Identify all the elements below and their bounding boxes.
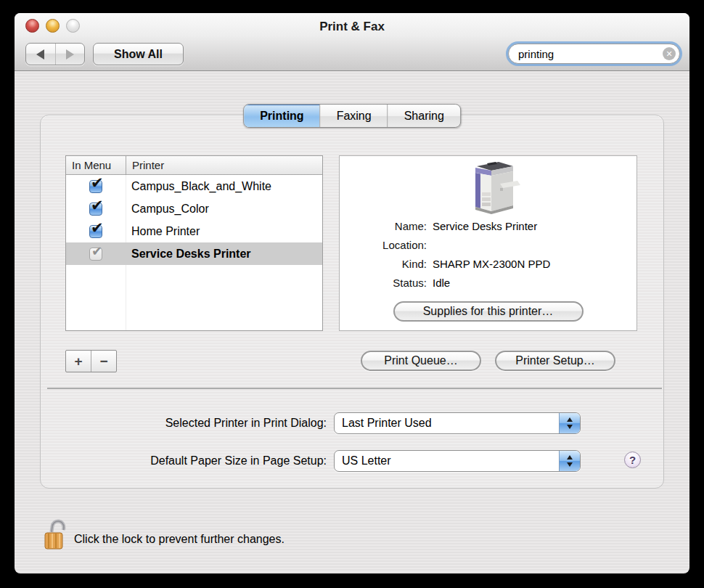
selected-printer-value: Last Printer Used — [335, 417, 559, 430]
printer-details: Name:Service Desks Printer Location: Kin… — [340, 217, 637, 293]
printer-name: Home Printer — [131, 225, 200, 238]
remove-printer-button[interactable]: − — [91, 351, 116, 372]
location-label: Location: — [340, 236, 427, 255]
table-row[interactable]: Campus_Color — [66, 197, 322, 220]
printer-name: Service Desks Printer — [131, 248, 251, 261]
print-queue-button[interactable]: Print Queue… — [361, 351, 481, 371]
page-title: Print & Fax — [15, 20, 689, 34]
kind-label: Kind: — [340, 255, 427, 274]
clear-search-icon[interactable]: ✕ — [663, 47, 676, 60]
column-header-printer[interactable]: Printer — [126, 159, 164, 171]
in-menu-checkbox[interactable] — [89, 203, 102, 216]
toolbar: Print & Fax Show All ✕ — [15, 13, 689, 71]
printer-list-header: In Menu Printer — [66, 156, 322, 175]
table-row[interactable]: Campus_Black_and_White — [66, 175, 322, 197]
in-menu-checkbox-disabled — [89, 248, 102, 261]
lock-icon[interactable] — [44, 517, 70, 552]
printer-name: Campus_Color — [131, 203, 209, 216]
add-remove-group: + − — [65, 350, 117, 372]
printer-setup-button[interactable]: Printer Setup… — [495, 351, 615, 371]
search-input[interactable] — [518, 48, 663, 60]
in-menu-checkbox[interactable] — [89, 180, 102, 193]
tab-printing[interactable]: Printing — [244, 105, 320, 127]
section-divider — [47, 388, 662, 389]
selected-printer-popup[interactable]: Last Printer Used — [334, 412, 581, 434]
printer-image — [455, 159, 522, 216]
column-header-in-menu[interactable]: In Menu — [66, 159, 126, 171]
printer-name: Campus_Black_and_White — [131, 180, 271, 193]
search-field[interactable]: ✕ — [508, 44, 680, 64]
lock-message: Click the lock to prevent further change… — [74, 533, 285, 546]
help-button[interactable]: ? — [624, 452, 641, 468]
in-menu-checkbox[interactable] — [89, 225, 102, 238]
nav-back-forward-group — [25, 43, 85, 65]
selected-printer-label: Selected Printer in Print Dialog: — [36, 417, 327, 430]
name-label: Name: — [340, 217, 427, 236]
supplies-button[interactable]: Supplies for this printer… — [393, 301, 584, 322]
forward-button[interactable] — [56, 44, 85, 65]
status-label: Status: — [340, 274, 427, 293]
table-row[interactable]: Home Printer — [66, 220, 322, 242]
show-all-button[interactable]: Show All — [93, 43, 184, 65]
name-value: Service Desks Printer — [433, 217, 537, 236]
tab-faxing[interactable]: Faxing — [321, 105, 388, 127]
kind-value: SHARP MX-2300N PPD — [433, 255, 550, 274]
popup-stepper-icon — [559, 413, 580, 433]
back-button[interactable] — [26, 44, 55, 65]
tab-sharing[interactable]: Sharing — [388, 105, 460, 127]
popup-stepper-icon — [559, 451, 580, 471]
add-printer-button[interactable]: + — [66, 351, 91, 372]
printer-info-panel: Name:Service Desks Printer Location: Kin… — [339, 155, 637, 331]
status-value: Idle — [433, 274, 450, 293]
printer-list: In Menu Printer Campus_Black_and_White C… — [65, 155, 323, 331]
print-and-fax-window: Print & Fax Show All ✕ Printing Faxing S… — [15, 13, 689, 573]
tab-bar: Printing Faxing Sharing — [243, 104, 461, 128]
paper-size-label: Default Paper Size in Page Setup: — [36, 454, 327, 467]
table-row-selected[interactable]: Service Desks Printer — [66, 242, 322, 265]
forward-arrow-icon — [66, 49, 74, 60]
paper-size-value: US Letter — [335, 454, 559, 467]
paper-size-popup[interactable]: US Letter — [334, 450, 581, 472]
back-arrow-icon — [36, 49, 44, 60]
